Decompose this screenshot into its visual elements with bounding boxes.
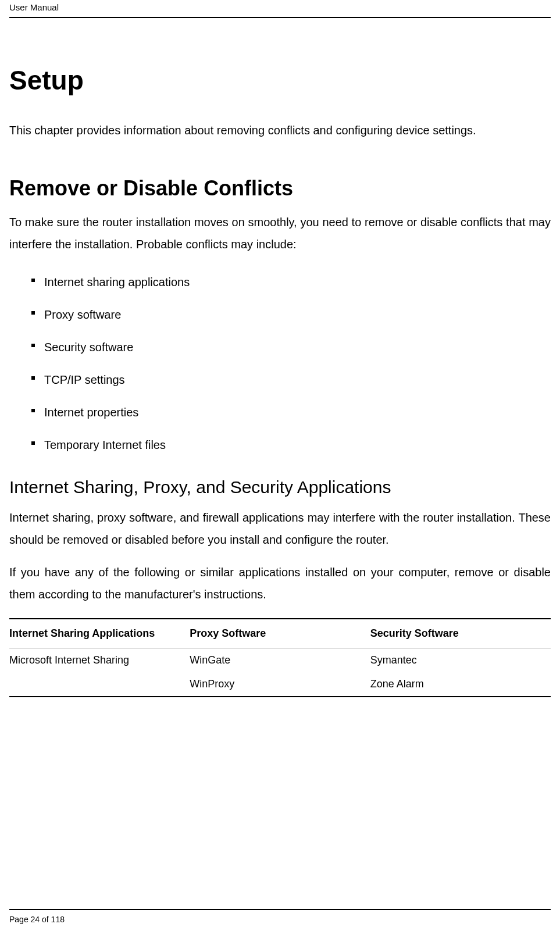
table-row: WinProxy Zone Alarm [9,672,551,697]
table-cell: WinProxy [190,672,370,697]
heading-remove-conflicts: Remove or Disable Conflicts [9,176,551,201]
table-header: Internet Sharing Applications [9,619,190,648]
table-cell [9,672,190,697]
list-item: Security software [9,331,551,363]
applications-paragraph-2: If you have any of the following or simi… [9,561,551,605]
table-cell: WinGate [190,648,370,673]
heading-setup: Setup [9,65,551,96]
header-title: User Manual [9,2,59,12]
table-header: Proxy Software [190,619,370,648]
applications-table: Internet Sharing Applications Proxy Soft… [9,618,551,697]
table-cell: Zone Alarm [370,672,551,697]
document-header: User Manual [9,0,551,18]
page-footer: Page 24 of 118 [9,909,551,924]
table-header-row: Internet Sharing Applications Proxy Soft… [9,619,551,648]
list-item: Proxy software [9,298,551,331]
list-item: TCP/IP settings [9,363,551,396]
table-row: Microsoft Internet Sharing WinGate Syman… [9,648,551,673]
table-header: Security Software [370,619,551,648]
heading-applications: Internet Sharing, Proxy, and Security Ap… [9,477,551,497]
list-item: Internet properties [9,396,551,429]
page-number: Page 24 of 118 [9,915,65,924]
applications-paragraph-1: Internet sharing, proxy software, and fi… [9,506,551,551]
conflicts-paragraph: To make sure the router installation mov… [9,211,551,255]
page-container: User Manual Setup This chapter provides … [0,0,560,931]
list-item: Temporary Internet files [9,429,551,461]
intro-paragraph: This chapter provides information about … [9,119,551,141]
table-cell: Symantec [370,648,551,673]
table-cell: Microsoft Internet Sharing [9,648,190,673]
list-item: Internet sharing applications [9,266,551,298]
conflicts-list: Internet sharing applications Proxy soft… [9,266,551,461]
